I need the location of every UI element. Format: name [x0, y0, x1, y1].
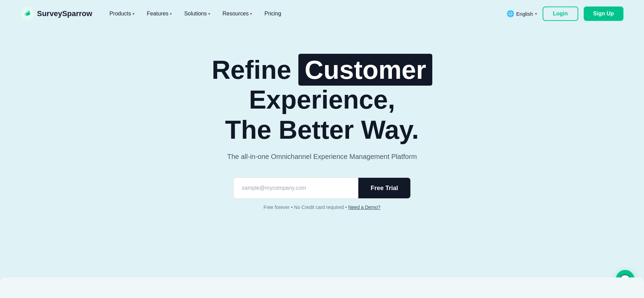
- nav-solutions[interactable]: Solutions ▾: [179, 8, 215, 20]
- nav-features[interactable]: Features ▾: [142, 8, 177, 20]
- nav-right: 🌐 English ▾ Login Sign Up: [507, 7, 623, 21]
- email-input[interactable]: [234, 178, 358, 198]
- nav-left: SurveySparrow Products ▾ Features ▾ Solu…: [21, 7, 286, 21]
- free-forever-text: Free forever • No Credit card required •…: [263, 204, 380, 210]
- resources-chevron-icon: ▾: [250, 12, 252, 16]
- globe-icon: 🌐: [507, 10, 514, 17]
- hero-title: Refine Customer Experience, The Better W…: [151, 55, 493, 145]
- logo-icon: [21, 7, 34, 21]
- navbar: SurveySparrow Products ▾ Features ▾ Solu…: [0, 0, 644, 27]
- signup-button[interactable]: Sign Up: [584, 7, 623, 21]
- hero-subtitle: The all-in-one Omnichannel Experience Ma…: [227, 153, 417, 161]
- hero-highlight: Customer: [298, 54, 432, 86]
- nav-pricing[interactable]: Pricing: [260, 8, 286, 20]
- nav-links: Products ▾ Features ▾ Solutions ▾ Resour…: [104, 8, 286, 20]
- hero-section: Refine Customer Experience, The Better W…: [0, 27, 644, 231]
- features-chevron-icon: ▾: [170, 12, 172, 16]
- need-demo-link[interactable]: Need a Demo?: [348, 204, 380, 210]
- svg-point-1: [25, 14, 26, 15]
- nav-products[interactable]: Products ▾: [104, 8, 139, 20]
- nav-resources[interactable]: Resources ▾: [218, 8, 257, 20]
- free-trial-button[interactable]: Free Trial: [358, 178, 410, 198]
- email-form: Free Trial: [233, 177, 411, 199]
- logo-text: SurveySparrow: [37, 9, 92, 18]
- products-chevron-icon: ▾: [133, 12, 135, 16]
- login-button[interactable]: Login: [543, 7, 578, 21]
- language-chevron-icon: ▾: [535, 12, 537, 16]
- solutions-chevron-icon: ▾: [208, 12, 210, 16]
- logo[interactable]: SurveySparrow: [21, 7, 92, 21]
- language-selector[interactable]: 🌐 English ▾: [507, 10, 537, 17]
- bottom-strip: [0, 277, 644, 298]
